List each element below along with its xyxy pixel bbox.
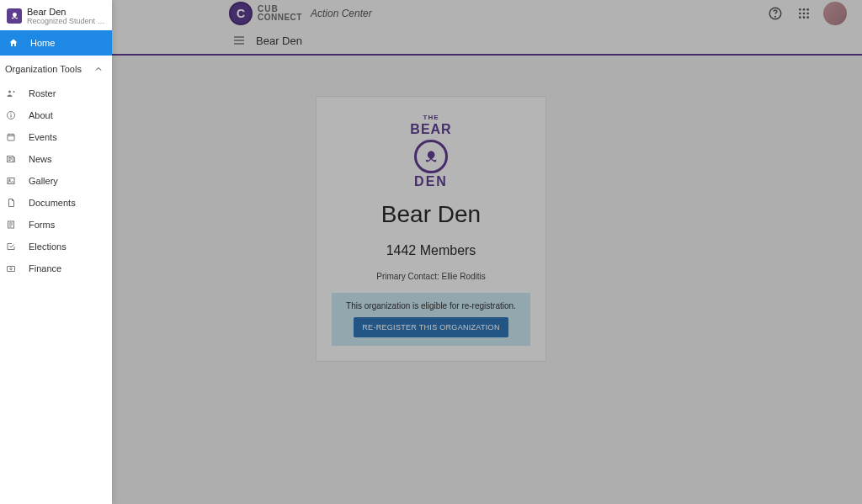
svg-rect-17 (11, 113, 12, 114)
sidebar-section-label: Organization Tools (5, 64, 82, 74)
sidebar-item-label: Finance (29, 263, 61, 273)
about-icon (5, 110, 17, 120)
top-header: C CUB CONNECT Action Center (0, 0, 862, 27)
news-icon (5, 154, 17, 164)
sidebar-item-label: Events (29, 132, 57, 142)
sidebar-home[interactable]: Home (0, 30, 112, 56)
org-logo: THE BEAR ᴥ DEN (393, 114, 469, 189)
sidebar-item-documents[interactable]: Documents (0, 192, 112, 214)
sidebar-item-gallery[interactable]: Gallery (0, 170, 112, 192)
user-avatar[interactable] (823, 2, 847, 25)
bear-face-icon: ᴥ (414, 140, 448, 173)
org-logo-den: DEN (414, 175, 448, 188)
svg-point-5 (799, 13, 801, 15)
svg-point-14 (8, 91, 11, 93)
svg-point-8 (799, 16, 801, 19)
roster-icon (5, 88, 17, 98)
documents-icon (5, 198, 17, 208)
sidebar-item-finance[interactable]: Finance (0, 257, 112, 279)
svg-point-10 (806, 16, 809, 19)
org-members: 1442 Members (332, 243, 530, 258)
org-contact: Primary Contact: Ellie Roditis (332, 272, 530, 281)
sidebar-item-forms[interactable]: Forms (0, 214, 112, 236)
main-area: THE BEAR ᴥ DEN Bear Den 1442 Members Pri… (0, 56, 862, 504)
sidebar-section-toggle[interactable]: Organization Tools (0, 56, 112, 82)
sidebar-item-label: News (29, 154, 52, 164)
svg-point-4 (806, 8, 809, 11)
sidebar-org-logo-icon: ᴥ (7, 8, 22, 24)
svg-point-7 (806, 13, 809, 15)
sidebar-item-label: Gallery (29, 176, 58, 186)
sidebar-item-news[interactable]: News (0, 148, 112, 170)
re-register-button[interactable]: RE-REGISTER THIS ORGANIZATION (354, 317, 508, 337)
home-icon (8, 38, 19, 48)
sidebar-item-label: Roster (29, 88, 56, 98)
finance-icon (5, 263, 17, 273)
org-logo-bear: BEAR (410, 123, 451, 136)
sidebar-item-about[interactable]: About (0, 104, 112, 126)
re-register-notice: This organization is eligible for re-reg… (332, 293, 530, 346)
sidebar-header-text: Bear Den Recognized Student Orga... (27, 7, 105, 25)
events-icon (5, 132, 17, 142)
svg-rect-20 (8, 178, 14, 184)
svg-rect-11 (234, 36, 244, 37)
svg-rect-18 (8, 135, 14, 141)
svg-point-3 (803, 8, 806, 11)
forms-icon (5, 220, 17, 230)
svg-point-24 (10, 268, 13, 270)
brand-line2: CONNECT (258, 13, 302, 22)
brand-area: C CUB CONNECT Action Center (229, 2, 372, 25)
org-card: THE BEAR ᴥ DEN Bear Den 1442 Members Pri… (316, 96, 546, 362)
svg-point-9 (803, 16, 806, 19)
brand-logo: C (229, 2, 253, 25)
sidebar-item-elections[interactable]: Elections (0, 236, 112, 257)
org-logo-top: THE (423, 114, 439, 121)
header-right (766, 2, 847, 25)
org-title: Bear Den (332, 201, 530, 228)
sidebar-item-label: Elections (29, 241, 67, 252)
notice-text: This organization is eligible for re-reg… (340, 301, 522, 310)
svg-point-1 (775, 16, 776, 17)
menu-icon[interactable] (232, 34, 246, 47)
svg-point-6 (803, 13, 806, 15)
svg-point-2 (799, 8, 801, 11)
svg-rect-13 (234, 43, 244, 44)
sidebar-item-label: Forms (29, 220, 55, 230)
sidebar-org-title: Bear Den (27, 7, 105, 17)
help-icon[interactable] (766, 4, 785, 23)
brand-text: CUB CONNECT (258, 5, 302, 22)
svg-rect-23 (8, 267, 15, 272)
sidebar-item-roster[interactable]: Roster (0, 82, 112, 104)
brand-subtitle: Action Center (311, 8, 372, 19)
svg-rect-12 (234, 40, 244, 40)
sidebar-item-events[interactable]: Events (0, 126, 112, 148)
sidebar-item-label: About (29, 110, 53, 120)
elections-icon (5, 241, 17, 252)
svg-rect-16 (11, 114, 12, 118)
chevron-up-icon (93, 64, 104, 74)
breadcrumb-org: Bear Den (256, 34, 302, 47)
sidebar-home-label: Home (30, 38, 55, 48)
sidebar-header[interactable]: ᴥ Bear Den Recognized Student Orga... (0, 0, 112, 30)
sidebar-org-subtitle: Recognized Student Orga... (27, 17, 105, 25)
gallery-icon (5, 176, 17, 186)
sidebar: ᴥ Bear Den Recognized Student Orga... Ho… (0, 0, 112, 504)
sidebar-item-label: Documents (29, 198, 76, 208)
sub-header: Bear Den (0, 27, 862, 56)
apps-icon[interactable] (795, 4, 813, 23)
